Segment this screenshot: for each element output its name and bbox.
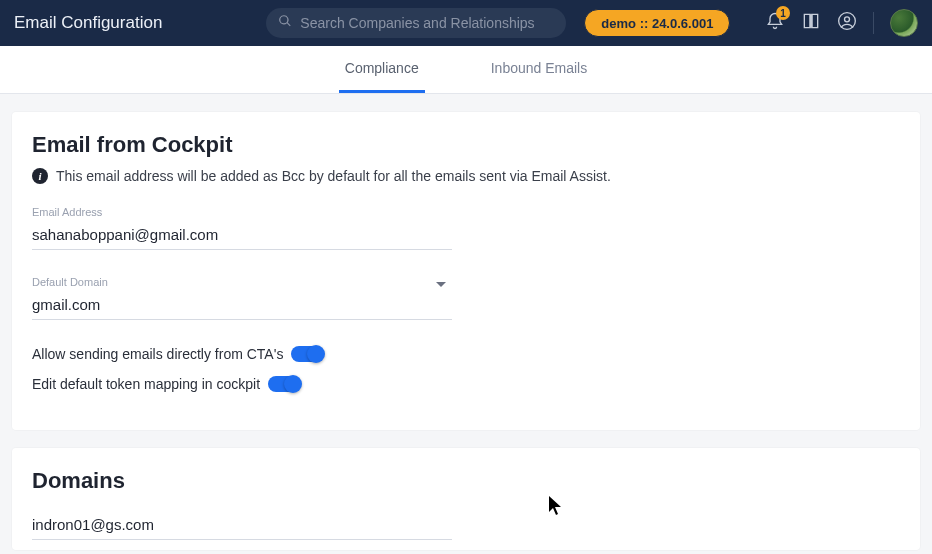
info-icon: i xyxy=(32,168,48,184)
toggle-row-cta: Allow sending emails directly from CTA's xyxy=(32,346,900,362)
notifications-button[interactable]: 1 xyxy=(765,11,785,35)
field-default-domain: Default Domain xyxy=(32,276,452,320)
default-domain-select[interactable] xyxy=(32,292,452,320)
toggle-token-mapping[interactable] xyxy=(268,376,300,392)
content-area: Email from Cockpit i This email address … xyxy=(0,94,932,554)
field-email-address: Email Address xyxy=(32,206,452,250)
card-domains: Domains indron01@gs.com xyxy=(12,448,920,550)
field-label-email: Email Address xyxy=(32,206,452,218)
field-label-domain: Default Domain xyxy=(32,276,452,288)
avatar[interactable] xyxy=(890,9,918,37)
card-title-domains: Domains xyxy=(32,468,900,494)
domain-entry[interactable]: indron01@gs.com xyxy=(32,512,452,540)
tab-inbound-emails[interactable]: Inbound Emails xyxy=(485,46,594,93)
guide-button[interactable] xyxy=(801,11,821,35)
search-field-wrap[interactable] xyxy=(266,8,566,38)
toggle-label-cta: Allow sending emails directly from CTA's xyxy=(32,346,283,362)
svg-point-1 xyxy=(845,17,850,22)
tab-compliance[interactable]: Compliance xyxy=(339,46,425,93)
app-header: Email Configuration demo :: 24.0.6.001 1 xyxy=(0,0,932,46)
env-badge: demo :: 24.0.6.001 xyxy=(584,9,730,37)
notification-count-badge: 1 xyxy=(776,6,790,20)
tabs-bar: Compliance Inbound Emails xyxy=(0,46,932,94)
header-actions: 1 xyxy=(765,9,918,37)
search-icon xyxy=(278,14,292,32)
email-address-input[interactable] xyxy=(32,222,452,250)
card-title-cockpit: Email from Cockpit xyxy=(32,132,900,158)
toggle-allow-cta-emails[interactable] xyxy=(291,346,323,362)
card-email-from-cockpit: Email from Cockpit i This email address … xyxy=(12,112,920,430)
search-input[interactable] xyxy=(300,15,554,31)
toggle-label-token: Edit default token mapping in cockpit xyxy=(32,376,260,392)
toggle-row-token: Edit default token mapping in cockpit xyxy=(32,376,900,392)
cockpit-info-text: This email address will be added as Bcc … xyxy=(56,168,611,184)
page-title: Email Configuration xyxy=(14,13,162,33)
user-menu-button[interactable] xyxy=(837,11,857,35)
cockpit-info-row: i This email address will be added as Bc… xyxy=(32,168,900,184)
divider xyxy=(873,12,874,34)
